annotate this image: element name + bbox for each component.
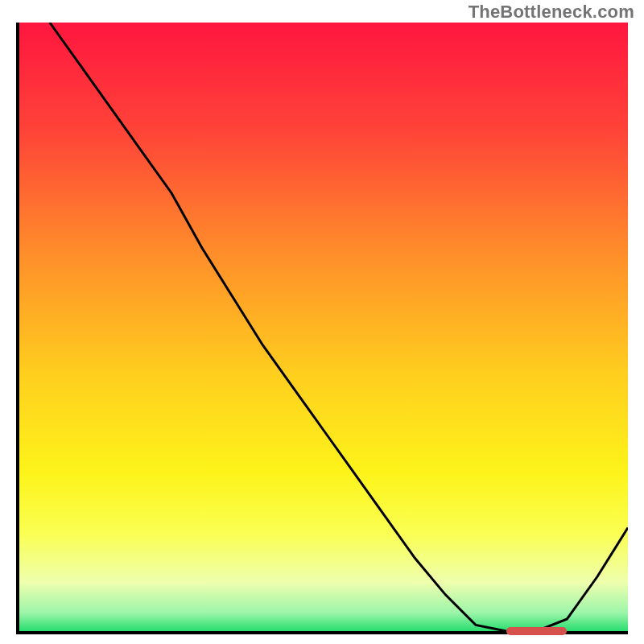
plot-area xyxy=(16,23,628,634)
svg-rect-0 xyxy=(19,23,628,631)
chart-root: TheBottleneck.com xyxy=(0,0,644,644)
background-gradient xyxy=(19,23,628,631)
optimal-range-marker xyxy=(506,627,568,635)
watermark: TheBottleneck.com xyxy=(469,2,634,23)
